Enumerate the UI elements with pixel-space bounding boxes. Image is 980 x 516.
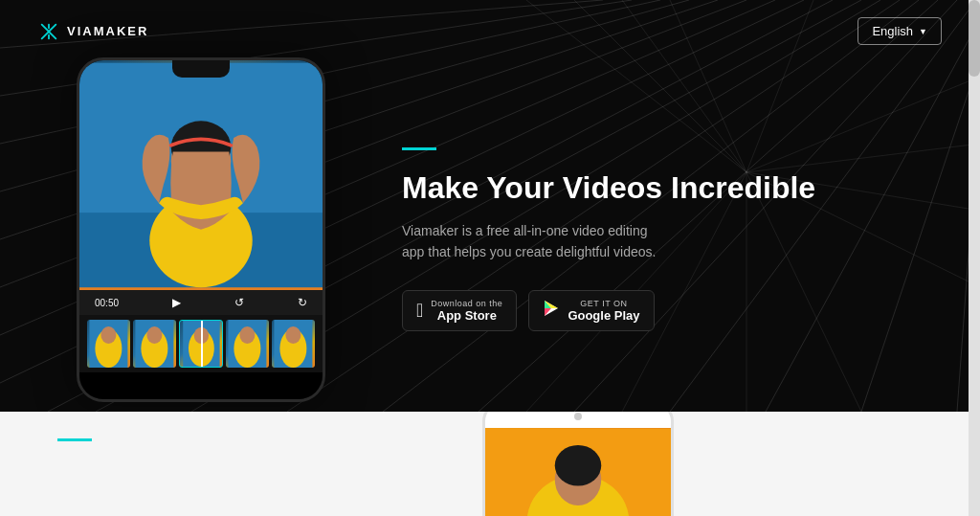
svg-point-59 <box>555 445 602 486</box>
navigation: VIAMAKER English ▼ <box>0 0 980 62</box>
phone-peek-content <box>485 428 671 516</box>
app-store-pre-label: Download on the <box>431 299 502 308</box>
hero-title: Make Your Videos Incredible <box>402 169 903 206</box>
language-selector[interactable]: English ▼ <box>858 17 942 45</box>
phone-video <box>79 60 323 290</box>
timeline-thumb-1 <box>87 320 130 368</box>
play-icon: ▶ <box>172 296 181 309</box>
google-play-icon <box>543 300 560 322</box>
apple-icon:  <box>416 300 423 322</box>
redo-icon: ↻ <box>298 296 307 309</box>
accent-line <box>402 147 436 150</box>
svg-point-42 <box>146 326 162 344</box>
app-store-label: App Store <box>431 308 502 323</box>
google-play-text: GET IT ON Google Play <box>568 299 639 323</box>
svg-point-51 <box>286 326 301 344</box>
video-content-svg <box>79 60 323 290</box>
phone-timeline <box>79 315 323 372</box>
svg-point-39 <box>100 326 116 344</box>
phone-peek-mockup <box>482 412 674 516</box>
google-play-label: Google Play <box>568 308 639 323</box>
chevron-down-icon: ▼ <box>919 27 927 36</box>
google-play-pre-label: GET IT ON <box>568 299 639 308</box>
logo: VIAMAKER <box>38 21 148 42</box>
logo-icon <box>38 21 59 42</box>
phone-mockup: 00:50 ▶ ↺ ↻ <box>77 57 325 402</box>
hero-content: 00:50 ▶ ↺ ↻ <box>0 62 980 412</box>
phone-peek-notch <box>574 413 582 420</box>
hero-description: Viamaker is a free all-in-one video edit… <box>402 220 670 263</box>
logo-text: VIAMAKER <box>67 24 148 38</box>
timeline-indicator <box>201 321 203 367</box>
timeline-thumb-2 <box>133 320 176 368</box>
phone-video-content <box>79 60 323 290</box>
hero-section: VIAMAKER English ▼ <box>0 0 980 412</box>
timeline-thumb-3 <box>179 320 224 368</box>
google-play-button[interactable]: GET IT ON Google Play <box>528 290 654 331</box>
svg-point-48 <box>240 326 256 344</box>
bottom-accent-line <box>57 438 92 441</box>
app-store-text: Download on the App Store <box>431 299 502 323</box>
bottom-section <box>0 412 980 516</box>
phone-notch <box>172 60 230 78</box>
app-store-button[interactable]:  Download on the App Store <box>402 290 517 331</box>
phone-controls: 00:50 ▶ ↺ ↻ <box>79 290 323 315</box>
language-label: English <box>872 24 913 38</box>
timeline-thumb-5 <box>272 320 315 368</box>
time-display: 00:50 <box>95 298 119 308</box>
timeline-thumb-4 <box>226 320 269 368</box>
undo-icon: ↺ <box>234 296 244 309</box>
hero-text: Make Your Videos Incredible Viamaker is … <box>325 147 903 330</box>
store-buttons:  Download on the App Store <box>402 290 903 331</box>
phone-screen: 00:50 ▶ ↺ ↻ <box>79 60 323 399</box>
